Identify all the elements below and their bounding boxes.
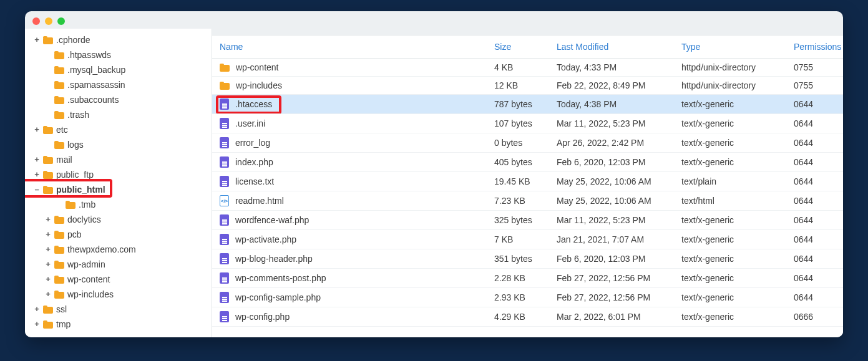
tree-item-doclytics[interactable]: +doclytics (44, 212, 208, 227)
file-type: httpd/unix-directory (674, 59, 786, 77)
file-type: httpd/unix-directory (674, 77, 786, 95)
folder-icon (66, 201, 76, 209)
file-permissions: 0644 (786, 249, 843, 269)
table-row[interactable]: wp-config-sample.php2.93 KBFeb 27, 2022,… (212, 288, 843, 307)
column-header-modified[interactable]: Last Modified (549, 36, 674, 59)
expand-icon[interactable]: + (34, 154, 40, 165)
table-row[interactable]: wp-includes12 KBFeb 22, 2022, 8:49 PMhtt… (212, 77, 843, 95)
file-type: text/x-generic (674, 307, 786, 327)
file-name: wp-includes (236, 80, 282, 90)
folder-icon (54, 96, 64, 104)
tree-item-tmp[interactable]: +tmp (32, 317, 208, 332)
file-permissions: 0644 (786, 95, 843, 114)
file-size: 7 KB (487, 230, 549, 249)
tree-item--htpasswds[interactable]: .htpasswds (44, 47, 208, 62)
expand-icon[interactable]: + (34, 34, 40, 46)
window-minimize-button[interactable] (45, 17, 52, 25)
file-size: 7.23 KB (487, 191, 549, 211)
tree-item-thewpxdemo-com[interactable]: +thewpxdemo.com (44, 242, 208, 257)
file-permissions: 0644 (786, 114, 843, 133)
table-row[interactable]: wp-content4 KBToday, 4:33 PMhttpd/unix-d… (212, 59, 843, 77)
expand-icon[interactable]: + (45, 214, 51, 225)
file-icon (220, 311, 229, 322)
file-name: wp-config.php (235, 312, 290, 322)
tree-item-public-html[interactable]: –public_html (32, 182, 208, 197)
file-name: wp-blog-header.php (235, 254, 313, 264)
folder-tree-sidebar[interactable]: +.cphorde.htpasswds.mysql_backup.spamass… (25, 29, 212, 337)
tree-item-public-ftp[interactable]: +public_ftp (32, 167, 208, 182)
expand-icon[interactable]: + (34, 169, 40, 180)
expand-icon[interactable]: + (45, 274, 51, 285)
table-row[interactable]: readme.html7.23 KBMay 25, 2022, 10:06 AM… (212, 191, 843, 211)
table-row[interactable]: wordfence-waf.php325 bytesMar 11, 2022, … (212, 211, 843, 230)
expand-icon[interactable]: + (45, 244, 51, 255)
file-permissions: 0755 (786, 59, 843, 77)
table-row[interactable]: .user.ini107 bytesMar 11, 2022, 5:23 PMt… (212, 114, 843, 133)
tree-item-ssl[interactable]: +ssl (32, 302, 208, 317)
file-modified: Apr 26, 2022, 2:42 PM (549, 133, 674, 153)
tree-item-label: .mysql_backup (67, 64, 207, 75)
collapse-icon[interactable]: – (34, 184, 40, 195)
tree-item-label: .tmb (79, 199, 207, 210)
tree-item--cphorde[interactable]: +.cphorde (32, 32, 208, 47)
expand-icon[interactable]: + (34, 124, 40, 135)
tree-item-label: tmp (56, 319, 207, 330)
window-zoom-button[interactable] (57, 17, 65, 25)
tree-item-label: doclytics (67, 214, 207, 225)
tree-item-wp-content[interactable]: +wp-content (44, 272, 208, 287)
tree-item-wp-admin[interactable]: +wp-admin (44, 257, 208, 272)
tree-item-logs[interactable]: logs (44, 137, 208, 152)
folder-icon (54, 216, 64, 224)
file-list-panel: Name Size Last Modified Type Permissions… (212, 29, 843, 337)
file-type: text/x-generic (674, 288, 786, 307)
table-row[interactable]: index.php405 bytesFeb 6, 2020, 12:03 PMt… (212, 153, 843, 172)
folder-icon (54, 246, 64, 254)
column-header-size[interactable]: Size (487, 36, 549, 59)
tree-item--mysql-backup[interactable]: .mysql_backup (44, 62, 208, 77)
file-permissions: 0644 (786, 288, 843, 307)
table-row[interactable]: .htaccess787 bytesToday, 4:38 PMtext/x-g… (212, 95, 843, 114)
file-modified: Mar 11, 2022, 5:23 PM (549, 114, 674, 133)
file-icon (220, 156, 229, 168)
file-icon (220, 272, 229, 284)
table-row[interactable]: wp-comments-post.php2.28 KBFeb 27, 2022,… (212, 269, 843, 288)
column-header-name[interactable]: Name (212, 36, 487, 59)
file-size: 325 bytes (487, 211, 549, 230)
column-header-permissions[interactable]: Permissions (786, 36, 843, 59)
expand-icon[interactable]: + (45, 259, 51, 270)
file-size: 351 bytes (487, 249, 549, 269)
tree-item--spamassassin[interactable]: .spamassassin (44, 77, 208, 92)
table-row[interactable]: wp-config.php4.29 KBMar 2, 2022, 6:01 PM… (212, 307, 843, 327)
folder-icon (43, 171, 53, 179)
tree-item-label: pcb (67, 229, 207, 240)
tree-item-wp-includes[interactable]: +wp-includes (44, 287, 208, 302)
tree-item-pcb[interactable]: +pcb (44, 227, 208, 242)
file-permissions: 0644 (786, 230, 843, 249)
table-row[interactable]: wp-activate.php7 KBJan 21, 2021, 7:07 AM… (212, 230, 843, 249)
table-row[interactable]: wp-blog-header.php351 bytesFeb 6, 2020, … (212, 249, 843, 269)
file-type: text/html (674, 191, 786, 211)
expand-icon[interactable]: + (45, 289, 51, 300)
file-icon (220, 234, 229, 245)
file-modified: Today, 4:38 PM (549, 95, 674, 114)
window-close-button[interactable] (32, 17, 40, 25)
tree-item-mail[interactable]: +mail (32, 152, 208, 167)
tree-item-label: ssl (56, 304, 207, 315)
folder-icon (220, 82, 230, 90)
folder-icon (220, 64, 230, 72)
tree-item-label: wp-includes (67, 289, 207, 300)
table-row[interactable]: error_log0 bytesApr 26, 2022, 2:42 PMtex… (212, 133, 843, 153)
tree-item-etc[interactable]: +etc (32, 122, 208, 137)
tree-item--subaccounts[interactable]: .subaccounts (44, 92, 208, 107)
tree-item--tmb[interactable]: .tmb (55, 197, 208, 212)
column-header-type[interactable]: Type (674, 36, 786, 59)
expand-icon[interactable]: + (34, 304, 40, 315)
expand-icon[interactable]: + (34, 319, 40, 330)
file-permissions: 0755 (786, 77, 843, 95)
tree-item--trash[interactable]: .trash (44, 107, 208, 122)
table-row[interactable]: license.txt19.45 KBMay 25, 2022, 10:06 A… (212, 172, 843, 191)
folder-icon (43, 36, 53, 44)
file-modified: Feb 6, 2020, 12:03 PM (549, 153, 674, 172)
expand-icon[interactable]: + (45, 229, 51, 240)
folder-icon (54, 111, 64, 119)
